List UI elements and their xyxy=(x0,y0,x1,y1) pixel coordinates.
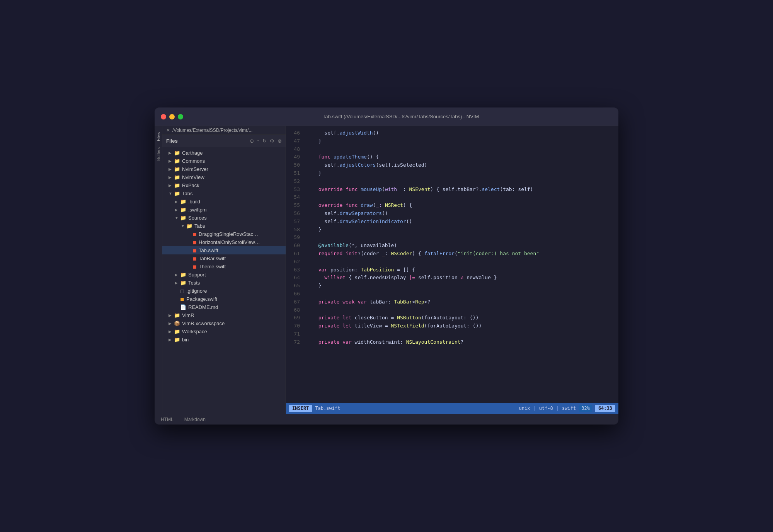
arrow-icon: ▶ xyxy=(175,208,179,212)
tree-item-theme-swift[interactable]: ◼ Theme.swift xyxy=(162,263,286,271)
tree-item-label: .build xyxy=(188,199,200,205)
tree-item-bin[interactable]: ▶ 📁 bin xyxy=(162,336,286,344)
tree-item-sources[interactable]: ▼ 📁 Sources xyxy=(162,214,286,222)
arrow-icon: ▶ xyxy=(169,321,172,326)
file-panel-title: Files xyxy=(166,138,250,144)
folder-icon: 📁 xyxy=(174,174,180,180)
up-icon[interactable]: ↑ xyxy=(257,138,260,144)
folder-icon: 📁 xyxy=(180,272,186,278)
tree-item-workspace[interactable]: ▶ 📁 Workspace xyxy=(162,327,286,336)
bottom-tabs: HTML Markdown xyxy=(155,414,618,425)
arrow-icon: ▶ xyxy=(175,273,179,277)
tree-item-label: Tests xyxy=(188,280,200,286)
tree-item-label: VimR xyxy=(182,312,194,318)
tree-item-commons[interactable]: ▶ 📁 Commons xyxy=(162,157,286,165)
tree-item-support[interactable]: ▶ 📁 Support xyxy=(162,271,286,279)
arrow-icon: ▶ xyxy=(169,159,172,163)
arrow-icon: ▼ xyxy=(175,216,179,220)
tree-item-label: Sources xyxy=(188,215,207,221)
arrow-icon: ▶ xyxy=(169,338,172,342)
code-content[interactable]: self.adjustWidth() } func updateTheme() … xyxy=(306,126,618,403)
tree-item-label: Workspace xyxy=(182,329,207,334)
tree-item-label: NvimServer xyxy=(182,166,208,172)
settings-icon[interactable]: ⚙ xyxy=(270,138,274,144)
tree-item-label: README.md xyxy=(188,304,218,310)
tree-item-tests[interactable]: ▶ 📁 Tests xyxy=(162,279,286,287)
folder-icon: 📁 xyxy=(180,280,186,286)
refresh-icon[interactable]: ↻ xyxy=(262,138,267,144)
arrow-icon: ▶ xyxy=(169,183,172,188)
md-file-icon: 📄 xyxy=(180,304,186,310)
arrow-icon: ▶ xyxy=(175,281,179,285)
xcworkspace-icon: 📦 xyxy=(174,321,180,326)
arrow-icon: ▶ xyxy=(169,313,172,317)
arrow-icon: ▶ xyxy=(175,200,179,204)
tree-item-build[interactable]: ▶ 📁 .build xyxy=(162,198,286,206)
tree-item-tabs[interactable]: ▼ 📁 Tabs xyxy=(162,189,286,198)
folder-icon: 📁 xyxy=(174,191,180,196)
tree-item-tab-swift[interactable]: ◼ Tab.swift xyxy=(162,246,286,254)
arrow-icon: ▶ xyxy=(169,175,172,179)
tree-item-rxpack[interactable]: ▶ 📁 RxPack xyxy=(162,181,286,189)
traffic-lights xyxy=(161,114,183,119)
maximize-button[interactable] xyxy=(178,114,183,119)
folder-icon: 📁 xyxy=(180,215,186,221)
tree-item-readme[interactable]: 📄 README.md xyxy=(162,303,286,311)
status-filename: Tab.swift xyxy=(315,406,519,411)
tree-item-label: NvimView xyxy=(182,174,204,180)
minimize-button[interactable] xyxy=(169,114,175,119)
tree-item-label: Tabs xyxy=(182,191,192,196)
titlebar: Tab.swift (/Volumes/ExternalSSD/...ts/vi… xyxy=(155,107,618,126)
tree-item-carthage[interactable]: ▶ 📁 Carthage xyxy=(162,149,286,157)
tree-item-label: TabBar.swift xyxy=(199,256,226,261)
tree-item-label: .swiftpm xyxy=(188,207,207,213)
sidebar-tab-files[interactable]: Files xyxy=(155,129,162,144)
close-icon[interactable]: ⊗ xyxy=(278,138,282,144)
bottom-tab-html[interactable]: HTML xyxy=(158,415,177,424)
folder-icon: 📁 xyxy=(174,329,180,334)
status-filetype: swift xyxy=(562,406,576,411)
window: Tab.swift (/Volumes/ExternalSSD/...ts/vi… xyxy=(155,107,618,425)
status-encoding: unix xyxy=(519,406,530,411)
tree-item-horizontal[interactable]: ◼ HorizontalOnlyScrollView… xyxy=(162,238,286,246)
arrow-icon: ▶ xyxy=(169,151,172,155)
status-bar: INSERT Tab.swift unix | utf-8 | swift 32… xyxy=(286,403,618,414)
path-close-icon[interactable]: ✕ xyxy=(166,128,170,133)
tree-item-vimr[interactable]: ▶ 📁 VimR xyxy=(162,311,286,319)
editor-area: 46 47 48 49 50 51 52 53 54 55 56 57 58 5… xyxy=(286,126,618,414)
status-sep-1: | xyxy=(533,406,536,411)
file-panel: ✕ /Volumes/ExternalSSD/Projects/vimr/...… xyxy=(162,126,286,414)
tree-item-nvimview[interactable]: ▶ 📁 NvimView xyxy=(162,173,286,181)
tree-item-xcworkspace[interactable]: ▶ 📦 VimR.xcworkspace xyxy=(162,319,286,327)
folder-icon: 📁 xyxy=(180,199,186,205)
mode-indicator: INSERT xyxy=(289,405,312,412)
folder-icon: 📁 xyxy=(174,312,180,318)
swift-file-icon: ◼ xyxy=(192,247,197,253)
tree-item-tabs-inner[interactable]: ▼ 📁 Tabs xyxy=(162,222,286,230)
folder-icon: 📁 xyxy=(174,166,180,172)
sidebar-tab-buffers[interactable]: Buffers xyxy=(155,144,162,164)
tree-item-gitignore[interactable]: ◻ .gitignore xyxy=(162,287,286,295)
file-panel-header: Files ⊙ ↑ ↻ ⚙ ⊗ xyxy=(162,135,286,147)
locate-icon[interactable]: ⊙ xyxy=(250,138,254,144)
status-right: unix | utf-8 | swift 32% 64:33 xyxy=(519,405,615,412)
code-area[interactable]: 46 47 48 49 50 51 52 53 54 55 56 57 58 5… xyxy=(286,126,618,403)
tree-item-label: .gitignore xyxy=(186,288,207,294)
window-title: Tab.swift (/Volumes/ExternalSSD/...ts/vi… xyxy=(189,114,612,119)
header-icons: ⊙ ↑ ↻ ⚙ ⊗ xyxy=(250,138,282,144)
bottom-tab-markdown[interactable]: Markdown xyxy=(181,415,209,424)
file-tree: ▶ 📁 Carthage ▶ 📁 Commons ▶ 📁 NvimServer xyxy=(162,147,286,414)
sidebar-tabs: Files Buffers xyxy=(155,126,162,414)
tree-item-package-swift[interactable]: ◼ Package.swift xyxy=(162,295,286,303)
panel-path-text: /Volumes/ExternalSSD/Projects/vimr/... xyxy=(172,128,252,133)
folder-icon: 📁 xyxy=(174,337,180,343)
tree-item-tabbar-swift[interactable]: ◼ TabBar.swift xyxy=(162,254,286,263)
close-button[interactable] xyxy=(161,114,166,119)
status-format: utf-8 xyxy=(539,406,553,411)
tree-item-dragging[interactable]: ◼ DraggingSingleRowStac… xyxy=(162,230,286,238)
status-percent: 32% xyxy=(579,405,592,412)
tree-item-swiftpm[interactable]: ▶ 📁 .swiftpm xyxy=(162,206,286,214)
tree-item-label: Tab.swift xyxy=(199,247,218,253)
tree-item-nvimserver[interactable]: ▶ 📁 NvimServer xyxy=(162,165,286,173)
arrow-icon: ▶ xyxy=(169,329,172,334)
